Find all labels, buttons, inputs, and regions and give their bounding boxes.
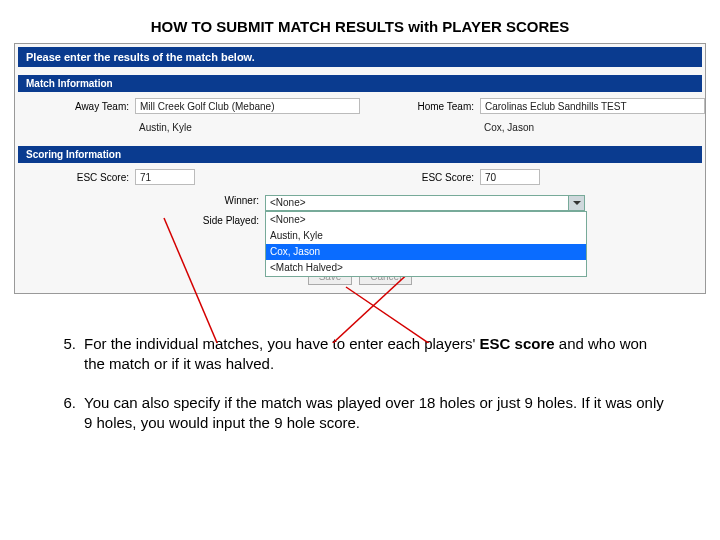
- winner-label: Winner:: [15, 195, 265, 211]
- winner-value: <None>: [270, 197, 306, 208]
- step-text: For the individual matches, you have to …: [84, 334, 664, 373]
- esc-away-label: ESC Score:: [15, 172, 135, 183]
- home-team-value: Carolinas Eclub Sandhills TEST: [480, 98, 705, 114]
- winner-dropdown-list: <None> Austin, Kyle Cox, Jason <Match Ha…: [265, 211, 587, 277]
- page-title: HOW TO SUBMIT MATCH RESULTS with PLAYER …: [0, 0, 720, 43]
- esc-home-input[interactable]: 70: [480, 169, 540, 185]
- side-played-label: Side Played:: [15, 215, 265, 226]
- results-panel: Please enter the results of the match be…: [14, 43, 706, 294]
- winner-option-none[interactable]: <None>: [266, 212, 586, 228]
- instruction-list: 5. For the individual matches, you have …: [56, 334, 664, 432]
- winner-select[interactable]: <None> <None> Austin, Kyle Cox, Jason <M…: [265, 195, 585, 211]
- step-number: 6.: [56, 393, 84, 432]
- step-6: 6. You can also specify if the match was…: [56, 393, 664, 432]
- away-team-value: Mill Creek Golf Club (Mebane): [135, 98, 360, 114]
- section-scoring-info: Scoring Information: [18, 146, 702, 163]
- chevron-down-icon[interactable]: [568, 196, 584, 210]
- instruction-bar: Please enter the results of the match be…: [18, 47, 702, 67]
- step-5: 5. For the individual matches, you have …: [56, 334, 664, 373]
- winner-option-cox[interactable]: Cox, Jason: [266, 244, 586, 260]
- winner-option-halved[interactable]: <Match Halved>: [266, 260, 586, 276]
- home-player: Cox, Jason: [480, 120, 705, 136]
- home-team-label: Home Team:: [360, 101, 480, 112]
- esc-home-label: ESC Score:: [360, 172, 480, 183]
- away-team-label: Away Team:: [15, 101, 135, 112]
- esc-away-input[interactable]: 71: [135, 169, 195, 185]
- step-number: 5.: [56, 334, 84, 373]
- winner-option-austin[interactable]: Austin, Kyle: [266, 228, 586, 244]
- away-player: Austin, Kyle: [135, 120, 360, 136]
- step-text: You can also specify if the match was pl…: [84, 393, 664, 432]
- section-match-info: Match Information: [18, 75, 702, 92]
